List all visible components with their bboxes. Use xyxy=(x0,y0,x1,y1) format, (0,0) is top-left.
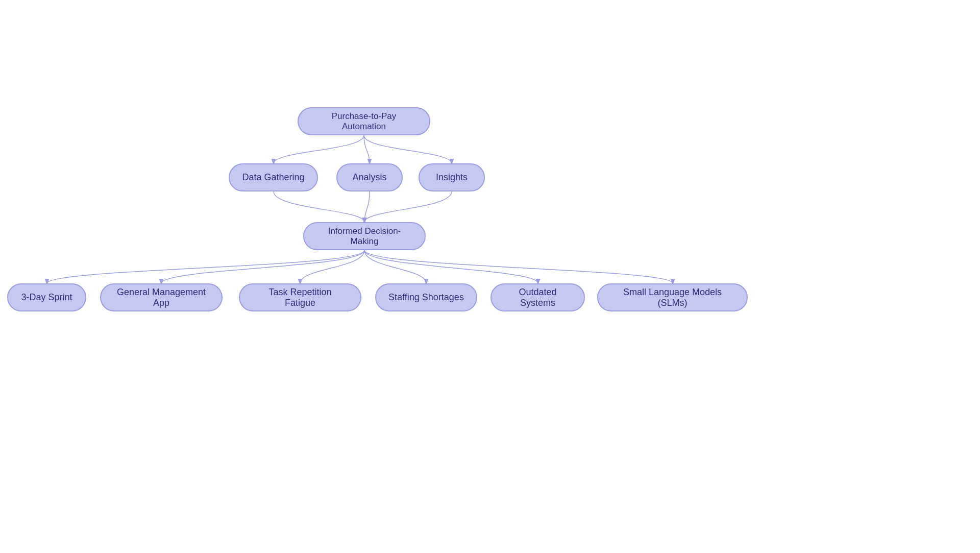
slm-node[interactable]: Small Language Models (SLMs) xyxy=(597,283,748,311)
general-label: General Management App xyxy=(113,287,209,308)
data-gathering-label: Data Gathering xyxy=(242,172,304,183)
analysis-label: Analysis xyxy=(352,172,386,183)
task-node[interactable]: Task Repetition Fatigue xyxy=(239,283,361,311)
slm-label: Small Language Models (SLMs) xyxy=(610,287,734,308)
outdated-label: Outdated Systems xyxy=(504,287,572,308)
informed-node[interactable]: Informed Decision-Making xyxy=(303,222,426,250)
general-node[interactable]: General Management App xyxy=(100,283,223,311)
data-gathering-node[interactable]: Data Gathering xyxy=(229,163,318,191)
root-node[interactable]: Purchase-to-Pay Automation xyxy=(298,107,430,135)
sprint-node[interactable]: 3-Day Sprint xyxy=(7,283,86,311)
outdated-node[interactable]: Outdated Systems xyxy=(491,283,585,311)
staffing-label: Staffing Shortages xyxy=(388,292,464,303)
task-label: Task Repetition Fatigue xyxy=(252,287,348,308)
root-label: Purchase-to-Pay Automation xyxy=(311,111,417,132)
diagram-container: Purchase-to-Pay Automation Data Gatherin… xyxy=(0,0,980,553)
insights-node[interactable]: Insights xyxy=(419,163,485,191)
staffing-node[interactable]: Staffing Shortages xyxy=(375,283,477,311)
insights-label: Insights xyxy=(436,172,468,183)
analysis-node[interactable]: Analysis xyxy=(336,163,403,191)
connections-svg xyxy=(0,0,980,553)
sprint-label: 3-Day Sprint xyxy=(21,292,72,303)
informed-label: Informed Decision-Making xyxy=(316,226,412,247)
